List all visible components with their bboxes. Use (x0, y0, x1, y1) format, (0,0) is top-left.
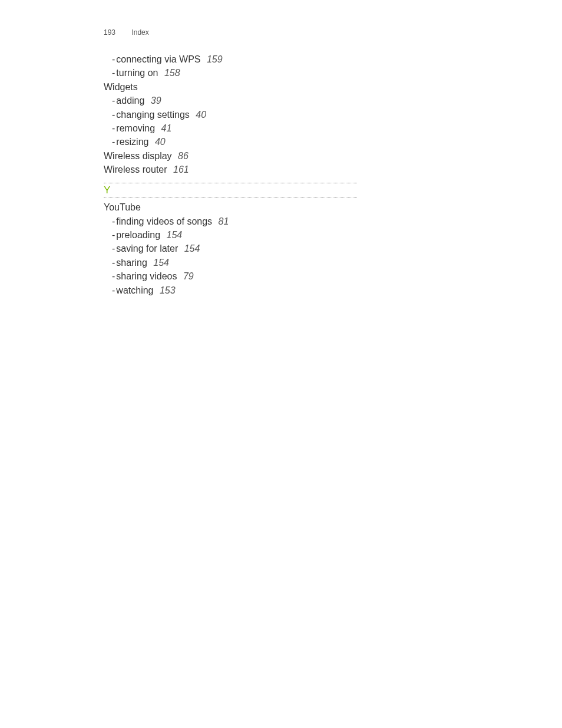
entry-text: turning on (116, 68, 158, 78)
index-entry-youtube: YouTube (104, 201, 359, 214)
index-entry-wireless-router: Wireless router 161 (104, 163, 359, 176)
index-subentry: -connecting via WPS 159 (104, 53, 359, 66)
entry-text: preloading (116, 230, 160, 240)
page-ref[interactable]: 41 (161, 123, 172, 133)
page-ref[interactable]: 158 (164, 68, 180, 78)
index-entry-widgets: Widgets (104, 81, 359, 94)
page-ref[interactable]: 39 (151, 95, 161, 106)
page-ref[interactable]: 86 (178, 151, 189, 161)
entry-text: resizing (116, 137, 148, 147)
entry-text: connecting via WPS (116, 54, 200, 64)
entry-text: finding videos of songs (116, 216, 212, 226)
index-subentry: -saving for later 154 (104, 242, 359, 255)
index-subentry: -turning on 158 (104, 67, 359, 80)
page-header: 193 Index (104, 28, 359, 37)
entry-text: Wireless display (104, 151, 172, 161)
entry-text: changing settings (116, 110, 190, 120)
page-ref[interactable]: 154 (184, 243, 200, 253)
divider (104, 197, 357, 197)
entry-text: removing (116, 123, 155, 133)
entry-heading: Widgets (104, 82, 138, 92)
entry-text: adding (116, 95, 144, 106)
page-ref[interactable]: 153 (160, 285, 176, 295)
page-ref[interactable]: 40 (155, 137, 166, 147)
entry-text: Wireless router (104, 164, 167, 174)
header-section: Index (131, 28, 148, 37)
page-ref[interactable]: 81 (219, 216, 229, 226)
index-subentry: -removing 41 (104, 122, 359, 135)
index-page: 193 Index -connecting via WPS 159 -turni… (0, 0, 359, 297)
index-section-y: Y (104, 183, 359, 198)
index-subentry: -watching 153 (104, 284, 359, 297)
index-subentry: -adding 39 (104, 94, 359, 107)
index-subentry: -sharing 154 (104, 256, 359, 269)
section-letter: Y (104, 183, 359, 197)
page-ref[interactable]: 154 (167, 230, 183, 240)
index-subentry: -sharing videos 79 (104, 270, 359, 283)
index-subentry: -changing settings 40 (104, 108, 359, 121)
page-ref[interactable]: 40 (196, 110, 206, 120)
page-ref[interactable]: 79 (183, 271, 194, 281)
entry-text: saving for later (116, 243, 178, 253)
entry-text: sharing videos (116, 271, 177, 281)
page-ref[interactable]: 159 (207, 54, 223, 64)
page-ref[interactable]: 161 (173, 164, 189, 174)
index-subentry: -preloading 154 (104, 229, 359, 242)
page-ref[interactable]: 154 (153, 258, 169, 268)
index-subentry: -resizing 40 (104, 136, 359, 149)
index-entry-wireless-display: Wireless display 86 (104, 150, 359, 163)
index-subentry: -finding videos of songs 81 (104, 215, 359, 228)
page-number: 193 (104, 28, 115, 37)
entry-text: watching (116, 285, 153, 295)
entry-text: sharing (116, 258, 147, 268)
entry-heading: YouTube (104, 202, 141, 212)
